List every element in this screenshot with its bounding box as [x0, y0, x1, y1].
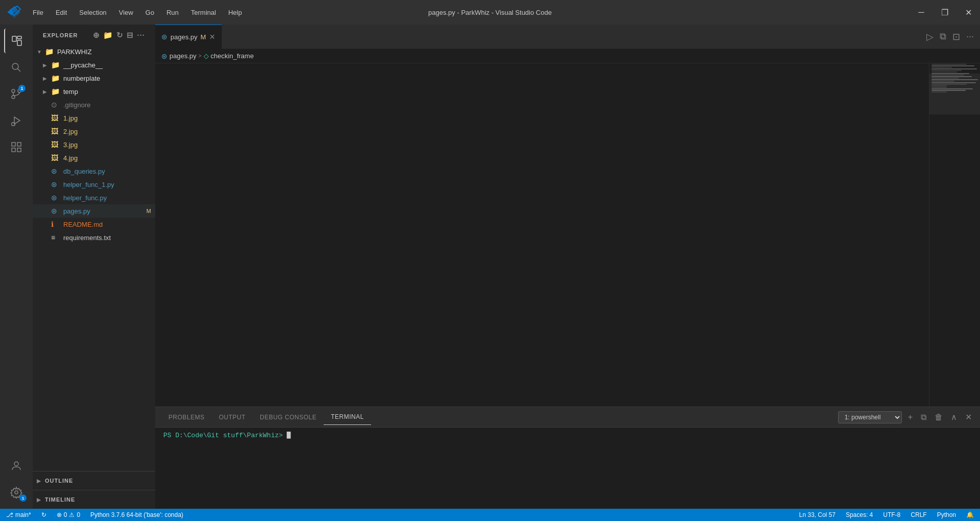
branch-indicator[interactable]: ⎇ main* — [4, 509, 33, 521]
delete-terminal-button[interactable]: 🗑 — [933, 412, 945, 423]
sidebar-header: EXPLORER ⊕ 📁 ↻ ⊟ ··· — [33, 25, 155, 44]
indentation[interactable]: Spaces: 4 — [844, 509, 875, 521]
close-panel-button[interactable]: ✕ — [963, 411, 974, 423]
maximize-panel-button[interactable]: ∧ — [949, 411, 959, 423]
root-arrow: ▼ — [37, 49, 45, 55]
breadcrumb-filename[interactable]: pages.py — [169, 52, 197, 60]
account-activity-icon[interactable] — [4, 454, 29, 478]
root-folder[interactable]: ▼ 📁 PARKWHIZ — [33, 45, 155, 58]
activity-bar: 1 — [0, 25, 33, 509]
tab-close-icon[interactable]: ✕ — [209, 33, 215, 41]
language-mode[interactable]: Python — [935, 509, 958, 521]
tab-output[interactable]: OUTPUT — [212, 410, 253, 425]
code-content[interactable] — [182, 63, 929, 407]
3jpg-icon: 🖼 — [51, 140, 61, 149]
pycache-folder-icon: 📁 — [51, 61, 61, 69]
4jpg-icon: 🖼 — [51, 154, 61, 162]
refresh-icon[interactable]: ↻ — [116, 31, 124, 40]
menu-selection[interactable]: Selection — [74, 7, 111, 18]
notifications[interactable]: 🔔 — [964, 509, 976, 521]
sync-button[interactable]: ↻ — [39, 509, 48, 521]
errors-indicator[interactable]: ⊗ 0 ⚠ 0 — [55, 509, 82, 521]
menu-edit[interactable]: Edit — [51, 7, 72, 18]
timeline-header[interactable]: ▶ TIMELINE — [33, 492, 155, 507]
sidebar-item-helperfunc1[interactable]: ⊛ helper_func_1.py — [33, 178, 155, 191]
run-debug-activity-icon[interactable] — [4, 108, 29, 133]
extensions-activity-icon[interactable] — [4, 135, 29, 159]
timeline-section: ▶ TIMELINE — [33, 490, 155, 509]
cursor-position[interactable]: Ln 33, Col 57 — [797, 509, 838, 521]
4jpg-arrow — [43, 155, 51, 161]
sidebar-item-3jpg[interactable]: 🖼 3.jpg — [33, 138, 155, 151]
tab-pagespy[interactable]: ⊛ pages.py M ✕ — [155, 25, 222, 49]
split-terminal-button[interactable]: ⧉ — [919, 412, 928, 423]
terminal-content[interactable]: PS D:\Code\Git stuff\ParkWhiz> █ — [155, 428, 980, 509]
restore-button[interactable]: ❐ — [933, 0, 957, 25]
collapse-icon[interactable]: ⊟ — [127, 31, 134, 40]
code-editor[interactable] — [155, 63, 980, 407]
more-actions-icon[interactable]: ··· — [137, 31, 145, 40]
title-bar: File Edit Selection View Go Run Terminal… — [0, 0, 980, 25]
tab-modified: M — [201, 33, 206, 41]
layout-icon[interactable]: ⊡ — [950, 29, 962, 44]
sidebar-item-pycache[interactable]: ▶ 📁 __pycache__ — [33, 58, 155, 72]
menu-go[interactable]: Go — [140, 7, 159, 18]
status-right: Ln 33, Col 57 Spaces: 4 UTF-8 CRLF Pytho… — [797, 509, 976, 521]
split-editor-icon[interactable]: ⧉ — [938, 29, 948, 44]
search-activity-icon[interactable] — [4, 55, 29, 80]
run-file-icon[interactable]: ▷ — [924, 29, 936, 44]
sidebar-item-gitignore[interactable]: ⊙ .gitignore — [33, 98, 155, 111]
outline-arrow: ▶ — [37, 478, 45, 484]
sidebar-item-4jpg[interactable]: 🖼 4.jpg — [33, 151, 155, 164]
sidebar-item-pagespy[interactable]: ⊛ pages.py M — [33, 204, 155, 218]
python-version[interactable]: Python 3.7.6 64-bit ('base': conda) — [88, 509, 185, 521]
menu-terminal[interactable]: Terminal — [186, 7, 221, 18]
encoding[interactable]: UTF-8 — [881, 509, 902, 521]
sidebar-item-dbqueries[interactable]: ⊛ db_queries.py — [33, 164, 155, 178]
sidebar-item-readme[interactable]: ℹ README.md — [33, 218, 155, 231]
numberplate-label: numberplate — [63, 75, 100, 82]
close-button[interactable]: ✕ — [957, 0, 980, 25]
sidebar-item-temp[interactable]: ▶ 📁 temp — [33, 85, 155, 98]
spaces-text: Spaces: 4 — [846, 511, 873, 518]
breadcrumb-symbol[interactable]: checkin_frame — [211, 52, 254, 60]
new-terminal-button[interactable]: + — [906, 412, 915, 423]
shell-selector[interactable]: 1: powershell — [838, 411, 902, 423]
new-folder-icon[interactable]: 📁 — [103, 31, 113, 40]
helperfunc-icon: ⊛ — [51, 194, 61, 202]
sidebar-item-requirements[interactable]: ≡ requirements.txt — [33, 231, 155, 244]
explorer-activity-icon[interactable] — [4, 29, 29, 53]
2jpg-icon: 🖼 — [51, 127, 61, 135]
menu-help[interactable]: Help — [223, 7, 247, 18]
source-control-activity-icon[interactable]: 1 — [4, 82, 29, 106]
sidebar-item-helperfunc[interactable]: ⊛ helper_func.py — [33, 191, 155, 204]
outline-header[interactable]: ▶ OUTLINE — [33, 473, 155, 488]
sidebar-item-1jpg[interactable]: 🖼 1.jpg — [33, 111, 155, 125]
language-text: Python — [937, 511, 956, 518]
source-control-badge: 1 — [18, 85, 26, 92]
warning-icon: ⚠ — [69, 511, 75, 518]
tab-problems[interactable]: PROBLEMS — [161, 410, 212, 425]
settings-activity-icon[interactable]: 1 — [4, 480, 29, 505]
outline-label: OUTLINE — [45, 478, 73, 484]
breadcrumb-file-icon: ⊛ — [161, 52, 167, 60]
temp-folder-icon: 📁 — [51, 87, 61, 96]
minimap-visual — [929, 63, 980, 407]
new-file-icon[interactable]: ⊕ — [93, 31, 100, 40]
status-bar: ⎇ main* ↻ ⊗ 0 ⚠ 0 Python 3.7.6 64-bit ('… — [0, 509, 980, 521]
tab-terminal[interactable]: TERMINAL — [324, 409, 371, 425]
notification-icon: 🔔 — [966, 511, 974, 518]
menu-file[interactable]: File — [28, 7, 48, 18]
tab-debug-console[interactable]: DEBUG CONSOLE — [253, 410, 324, 425]
line-ending[interactable]: CRLF — [909, 509, 928, 521]
breadcrumb: ⊛ pages.py > ◇ checkin_frame — [155, 49, 980, 63]
sidebar-item-2jpg[interactable]: 🖼 2.jpg — [33, 125, 155, 138]
menu-run[interactable]: Run — [161, 7, 184, 18]
menu-view[interactable]: View — [114, 7, 138, 18]
terminal-cursor: █ — [287, 432, 291, 439]
numberplate-arrow: ▶ — [43, 76, 51, 81]
sidebar-item-numberplate[interactable]: ▶ 📁 numberplate — [33, 72, 155, 85]
2jpg-arrow — [43, 129, 51, 134]
minimize-button[interactable]: ─ — [910, 0, 933, 25]
more-tab-actions-icon[interactable]: ··· — [964, 29, 976, 44]
